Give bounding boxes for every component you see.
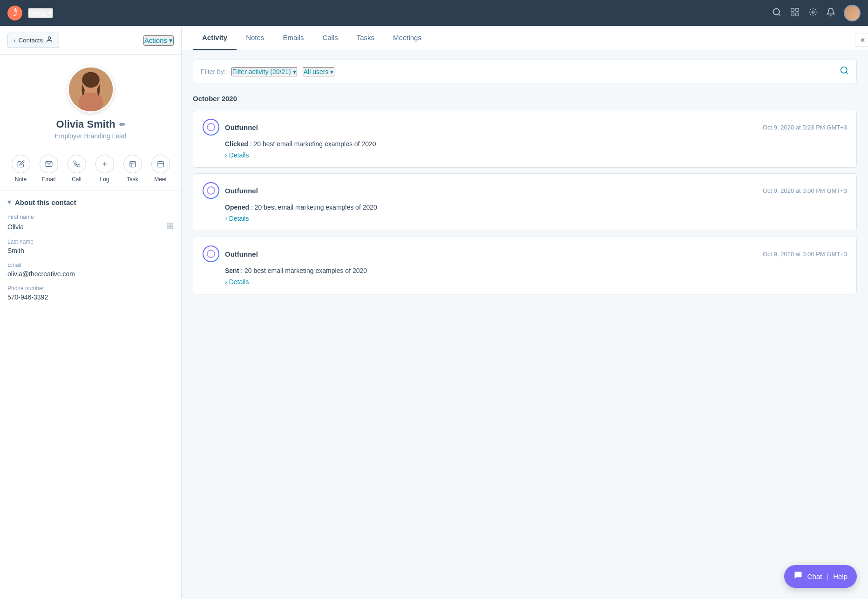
about-chevron-icon: ▾ (7, 198, 11, 206)
nav-left: Menu ▾ (7, 6, 53, 20)
tab-calls[interactable]: Calls (313, 26, 347, 50)
settings-icon[interactable] (808, 7, 818, 19)
user-avatar[interactable] (844, 5, 861, 21)
card-header: Outfunnel Oct 9, 2020 at 5:23 PM GMT+3 (203, 119, 847, 136)
chat-bubble-icon (793, 571, 803, 582)
tabs-bar: Activity Notes Emails Calls Tasks Meetin… (182, 26, 868, 50)
edit-name-icon[interactable]: ✏ (119, 120, 125, 129)
hubspot-logo[interactable] (7, 6, 22, 20)
activity-text: Sent : 20 best email marketing examples … (203, 267, 847, 274)
svg-rect-3 (796, 8, 799, 11)
bell-icon[interactable] (826, 7, 835, 19)
field-properties-icon[interactable] (166, 222, 174, 231)
last-name-field: Last name Smith (7, 238, 174, 254)
filter-by-label: Filter by: (201, 68, 226, 75)
details-link[interactable]: › Details (203, 215, 847, 222)
profile-avatar (68, 66, 114, 113)
tab-activity[interactable]: Activity (193, 26, 237, 50)
svg-point-1 (773, 8, 780, 14)
activity-search-icon[interactable] (840, 66, 849, 77)
main-content: Activity Notes Emails Calls Tasks Meetin… (182, 26, 868, 599)
activity-text: Clicked : 20 best email marketing exampl… (203, 140, 847, 148)
sidebar-header: ‹ Contacts Actions ▾ (0, 26, 181, 55)
collapse-panel-button[interactable] (855, 34, 868, 47)
svg-point-27 (841, 67, 847, 73)
quick-actions: Note Email Call Log (0, 147, 181, 191)
tab-notes[interactable]: Notes (237, 26, 273, 50)
svg-point-6 (812, 11, 814, 13)
search-icon[interactable] (772, 7, 781, 19)
main-layout: ‹ Contacts Actions ▾ (0, 26, 868, 599)
activity-time: Oct 9, 2020 at 3:00 PM GMT+3 (763, 251, 847, 258)
svg-rect-16 (130, 162, 136, 167)
contact-name: Olivia Smith ✏ (7, 118, 174, 130)
card-header: Outfunnel Oct 9, 2020 at 3:00 PM GMT+3 (203, 245, 847, 262)
filter-activity-button[interactable]: Filter activity (20/21) ▾ (231, 67, 297, 76)
activity-time: Oct 9, 2020 at 5:23 PM GMT+3 (763, 124, 847, 131)
svg-rect-19 (158, 162, 163, 167)
contact-title: Employer Branding Lead (7, 132, 174, 140)
svg-point-7 (48, 37, 50, 39)
activity-content: Filter by: Filter activity (20/21) ▾ All… (182, 50, 868, 599)
first-name-field: First name Olivia (7, 214, 174, 231)
task-action-button[interactable]: Task (123, 155, 142, 183)
outfunnel-icon (203, 245, 219, 262)
chat-widget[interactable]: Chat | Help (784, 565, 857, 588)
filter-bar: Filter by: Filter activity (20/21) ▾ All… (193, 60, 857, 83)
svg-rect-25 (167, 226, 170, 229)
email-field: Email olivia@thecreative.com (7, 262, 174, 278)
activity-time: Oct 9, 2020 at 3:00 PM GMT+3 (763, 187, 847, 194)
svg-rect-5 (796, 13, 799, 15)
card-header: Outfunnel Oct 9, 2020 at 3:00 PM GMT+3 (203, 182, 847, 199)
contact-profile: Olivia Smith ✏ Employer Branding Lead (0, 55, 181, 147)
phone-field: Phone number 570-946-3392 (7, 285, 174, 301)
activity-card: Outfunnel Oct 9, 2020 at 5:23 PM GMT+3 C… (193, 110, 857, 168)
activity-source: Outfunnel (225, 250, 763, 258)
activity-source: Outfunnel (225, 123, 763, 131)
outfunnel-icon (203, 182, 219, 199)
tab-emails[interactable]: Emails (273, 26, 313, 50)
meet-action-button[interactable]: Meet (151, 155, 170, 183)
actions-button[interactable]: Actions ▾ (143, 35, 174, 46)
marketplace-icon[interactable] (790, 7, 800, 20)
contacts-back-button[interactable]: ‹ Contacts (7, 33, 59, 48)
all-users-button[interactable]: All users ▾ (303, 67, 335, 76)
call-action-button[interactable]: Call (68, 155, 86, 183)
tab-meetings[interactable]: Meetings (384, 26, 431, 50)
activity-text: Opened : 20 best email marketing example… (203, 204, 847, 211)
details-link[interactable]: › Details (203, 278, 847, 286)
avatar-image (69, 68, 113, 111)
log-action-button[interactable]: Log (95, 155, 114, 183)
svg-rect-24 (170, 223, 173, 225)
nav-right (772, 5, 861, 21)
svg-point-12 (82, 72, 100, 88)
top-navigation: Menu ▾ (0, 0, 868, 26)
date-section: October 2020 (193, 93, 857, 104)
tab-tasks[interactable]: Tasks (347, 26, 384, 50)
about-section: ▾ About this contact First name Olivia L… (0, 191, 181, 316)
svg-point-0 (7, 6, 22, 20)
menu-button[interactable]: Menu ▾ (28, 8, 53, 18)
about-header[interactable]: ▾ About this contact (7, 198, 174, 206)
activity-card: Outfunnel Oct 9, 2020 at 3:00 PM GMT+3 S… (193, 237, 857, 294)
note-action-button[interactable]: Note (12, 155, 30, 183)
activity-card: Outfunnel Oct 9, 2020 at 3:00 PM GMT+3 O… (193, 173, 857, 231)
outfunnel-icon (203, 119, 219, 136)
svg-rect-4 (791, 13, 794, 15)
svg-point-10 (78, 92, 103, 113)
contact-sidebar: ‹ Contacts Actions ▾ (0, 26, 182, 599)
details-link[interactable]: › Details (203, 151, 847, 159)
activity-source: Outfunnel (225, 187, 763, 195)
svg-rect-26 (170, 226, 173, 229)
email-action-button[interactable]: Email (40, 155, 58, 183)
svg-rect-23 (167, 223, 170, 225)
svg-rect-2 (791, 8, 794, 11)
